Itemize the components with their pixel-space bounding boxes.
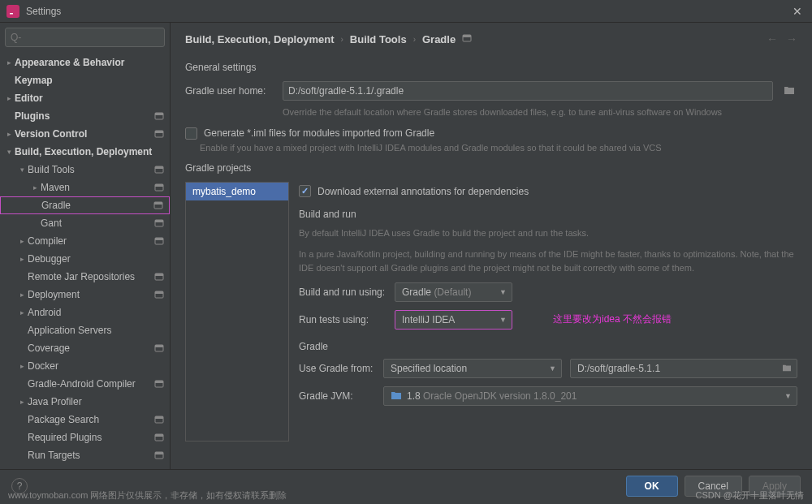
- caret-down-icon: ▼: [784, 392, 792, 400]
- back-icon[interactable]: ←: [767, 32, 778, 45]
- chevron-right-icon[interactable]: ▸: [16, 237, 28, 245]
- tree-item-run-targets[interactable]: Run Targets: [0, 446, 170, 464]
- tree-item-label: Build, Execution, Deployment: [15, 146, 165, 157]
- project-badge-icon: [462, 33, 472, 45]
- tree-item-application-servers[interactable]: Application Servers: [0, 321, 170, 339]
- download-annotations-checkbox[interactable]: ✓: [299, 185, 311, 197]
- build-and-run-title: Build and run: [299, 209, 797, 220]
- gradle-user-home-input[interactable]: [283, 81, 773, 101]
- build-using-select[interactable]: Gradle (Default) ▼: [395, 282, 512, 302]
- svg-rect-1: [10, 13, 13, 15]
- chevron-right-icon[interactable]: ▸: [16, 308, 28, 317]
- project-item[interactable]: mybatis_demo: [186, 183, 288, 200]
- build-run-desc1: By default IntelliJ IDEA uses Gradle to …: [299, 226, 797, 241]
- sidebar: ▸Appearance & BehaviorKeymap▸EditorPlugi…: [0, 23, 171, 469]
- folder-icon[interactable]: [782, 364, 792, 373]
- chevron-right-icon[interactable]: ▸: [16, 255, 28, 263]
- gradle-path-input[interactable]: D:/soft/gradle-5.1.1: [570, 359, 797, 378]
- project-badge-icon: [153, 342, 165, 354]
- tree-item-plugins[interactable]: Plugins: [0, 107, 170, 125]
- tree-item-label: Debugger: [28, 253, 165, 265]
- tests-using-select[interactable]: IntelliJ IDEA ▼: [395, 310, 512, 330]
- tree-item-label: Version Control: [15, 128, 153, 140]
- chevron-right-icon[interactable]: ▸: [16, 398, 28, 406]
- tree-item-label: Coverage: [28, 342, 153, 354]
- tree-item-build-tools[interactable]: ▾Build Tools: [0, 161, 170, 179]
- crumb-1[interactable]: Build, Execution, Deployment: [185, 33, 334, 45]
- tree-item-android[interactable]: ▸Android: [0, 304, 170, 321]
- tests-using-label: Run tests using:: [299, 314, 387, 325]
- close-icon[interactable]: ✕: [789, 5, 806, 18]
- svg-rect-15: [155, 238, 163, 240]
- search-input[interactable]: [5, 28, 165, 47]
- generate-iml-hint: Enable if you have a mixed project with …: [200, 141, 797, 155]
- project-badge-icon: [153, 235, 165, 247]
- use-gradle-from-select[interactable]: Specified location ▼: [383, 359, 562, 378]
- tree-item-label: Appearance & Behavior: [15, 57, 165, 68]
- tree-item-gradle-android-compiler[interactable]: Gradle-Android Compiler: [0, 375, 170, 393]
- gradle-user-home-hint: Override the default location where Grad…: [283, 106, 797, 119]
- tree-item-appearance-behavior[interactable]: ▸Appearance & Behavior: [0, 54, 170, 71]
- svg-rect-7: [155, 166, 163, 169]
- chevron-right-icon[interactable]: ▸: [16, 291, 28, 299]
- gradle-jvm-select[interactable]: 1.8 Oracle OpenJDK version 1.8.0_201 ▼: [383, 386, 797, 406]
- tree-item-deployment[interactable]: ▸Deployment: [0, 286, 170, 304]
- titlebar: Settings ✕: [0, 0, 812, 23]
- tree-item-editor[interactable]: ▸Editor: [0, 89, 170, 107]
- chevron-down-icon[interactable]: ▾: [3, 148, 15, 156]
- svg-rect-27: [155, 434, 163, 437]
- chevron-right-icon[interactable]: ▸: [3, 94, 15, 102]
- help-icon[interactable]: ?: [11, 478, 28, 494]
- project-badge-icon: [153, 110, 165, 122]
- use-gradle-from-value: Specified location: [391, 363, 467, 374]
- tree-item-debugger[interactable]: ▸Debugger: [0, 250, 170, 268]
- chevron-right-icon[interactable]: ▸: [3, 58, 15, 67]
- tree-item-version-control[interactable]: ▸Version Control: [0, 125, 170, 143]
- forward-icon[interactable]: →: [786, 32, 797, 45]
- generate-iml-checkbox[interactable]: [185, 127, 197, 140]
- tree-item-testing[interactable]: Testing: [0, 464, 170, 469]
- tree-item-label: Docker: [28, 360, 165, 372]
- gradle-jvm-value: 1.8: [407, 390, 421, 402]
- tree-item-maven[interactable]: ▸Maven: [0, 179, 170, 196]
- tree-item-label: Testing: [28, 467, 165, 469]
- folder-icon[interactable]: [781, 85, 797, 97]
- tree-item-required-plugins[interactable]: Required Plugins: [0, 429, 170, 446]
- crumb-3[interactable]: Gradle: [422, 33, 456, 45]
- tree-item-java-profiler[interactable]: ▸Java Profiler: [0, 393, 170, 411]
- svg-rect-23: [155, 381, 163, 383]
- project-badge-icon: [153, 271, 165, 282]
- tree-item-docker[interactable]: ▸Docker: [0, 357, 170, 375]
- caret-down-icon: ▼: [549, 364, 556, 373]
- generate-iml-label: Generate *.iml files for modules importe…: [204, 127, 434, 139]
- apply-button[interactable]: Apply: [749, 476, 801, 497]
- tree-item-gradle[interactable]: Gradle: [0, 196, 170, 214]
- tree-item-label: Java Profiler: [28, 396, 165, 407]
- build-using-value: Gradle: [402, 286, 431, 298]
- tree-item-compiler[interactable]: ▸Compiler: [0, 232, 170, 250]
- project-list[interactable]: mybatis_demo: [185, 182, 289, 442]
- chevron-right-icon[interactable]: ▸: [16, 362, 28, 370]
- chevron-right-icon[interactable]: ▸: [29, 183, 41, 192]
- svg-rect-13: [155, 220, 163, 222]
- build-run-desc2: In a pure Java/Kotlin project, building …: [299, 248, 797, 276]
- crumb-2[interactable]: Build Tools: [350, 33, 407, 45]
- project-badge-icon: [153, 289, 165, 300]
- tree-item-keymap[interactable]: Keymap: [0, 71, 170, 89]
- tree-item-label: Maven: [41, 182, 153, 193]
- chevron-right-icon[interactable]: ▸: [3, 130, 15, 138]
- tree-item-build-execution-deployment[interactable]: ▾Build, Execution, Deployment: [0, 143, 170, 161]
- tree-item-label: Run Targets: [28, 450, 153, 461]
- tree-item-coverage[interactable]: Coverage: [0, 339, 170, 357]
- tree-item-label: Deployment: [28, 289, 153, 300]
- cancel-button[interactable]: Cancel: [685, 476, 742, 497]
- gradle-path-value: D:/soft/gradle-5.1.1: [577, 363, 660, 374]
- ok-button[interactable]: OK: [626, 476, 678, 497]
- chevron-down-icon[interactable]: ▾: [16, 166, 28, 174]
- tree-item-package-search[interactable]: Package Search: [0, 411, 170, 429]
- tree-item-remote-jar-repositories[interactable]: Remote Jar Repositories: [0, 268, 170, 286]
- tree-item-gant[interactable]: Gant: [0, 214, 170, 232]
- project-badge-icon: [153, 450, 165, 461]
- svg-rect-17: [155, 274, 163, 276]
- tree-item-label: Gradle-Android Compiler: [28, 378, 153, 390]
